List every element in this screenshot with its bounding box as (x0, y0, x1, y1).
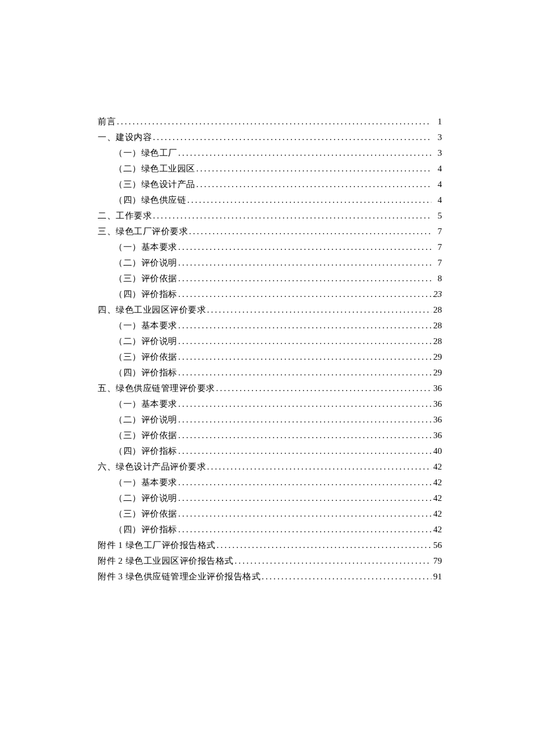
toc-entry: （二）评价说明7 (98, 257, 442, 268)
toc-leader-dots (179, 242, 432, 252)
toc-page-number: 7 (433, 242, 442, 252)
toc-page-number: 91 (433, 572, 442, 582)
toc-label: 二、工作要求 (98, 210, 152, 221)
toc-leader-dots (179, 352, 432, 362)
toc-page-number: 28 (433, 305, 442, 315)
toc-page-number: 36 (433, 415, 442, 425)
toc-entry: （四）评价指标40 (98, 446, 442, 457)
toc-label: （三）评价依据 (114, 273, 177, 284)
toc-leader-dots (179, 415, 432, 425)
toc-entry: 附件 3 绿色供应链管理企业评价报告格式91 (98, 571, 442, 582)
toc-entry: （三）评价依据8 (98, 273, 442, 284)
toc-entry: （四）评价指标29 (98, 367, 442, 378)
toc-entry: 前言1 (98, 116, 442, 127)
toc-entry: （四）评价指标23 (98, 289, 442, 300)
toc-entry: 二、工作要求5 (98, 210, 442, 221)
toc-leader-dots (207, 462, 431, 472)
toc-label: （三）绿色设计产品 (114, 179, 195, 190)
toc-page-number: 42 (433, 493, 442, 503)
toc-label: 附件 1 绿色工厂评价报告格式 (98, 540, 216, 551)
toc-page-number: 36 (433, 399, 442, 409)
toc-entry: （一）绿色工厂3 (98, 148, 442, 159)
toc-leader-dots (117, 117, 431, 127)
toc-page-number: 28 (433, 336, 442, 346)
toc-label: （一）基本要求 (114, 242, 177, 253)
toc-page-number: 23 (433, 289, 442, 299)
toc-leader-dots (216, 384, 432, 393)
toc-label: （三）评价依据 (114, 508, 177, 519)
toc-entry: （一）基本要求36 (98, 399, 442, 410)
toc-page-number: 7 (433, 227, 442, 237)
toc-label: （二）评价说明 (114, 336, 177, 347)
toc-label: （一）基本要求 (114, 477, 177, 488)
toc-label: （三）评价依据 (114, 352, 177, 363)
toc-entry: （一）基本要求28 (98, 320, 442, 331)
toc-page-number: 7 (433, 258, 442, 268)
toc-label: 三、绿色工厂评价要求 (98, 226, 188, 237)
toc-entry: （一）基本要求42 (98, 477, 442, 488)
toc-leader-dots (262, 572, 431, 582)
toc-entry: 三、绿色工厂评价要求7 (98, 226, 442, 237)
toc-entry: （三）绿色设计产品4 (98, 179, 442, 190)
toc-leader-dots (197, 180, 432, 189)
toc-page-number: 56 (433, 540, 442, 550)
table-of-contents: 前言1一、建设内容3（一）绿色工厂3（二）绿色工业园区4（三）绿色设计产品4（四… (98, 116, 442, 582)
toc-page-number: 36 (433, 384, 442, 393)
toc-page-number: 5 (433, 211, 442, 221)
toc-leader-dots (235, 556, 432, 566)
toc-page-number: 42 (433, 478, 442, 488)
toc-entry: （二）评价说明36 (98, 414, 442, 425)
toc-leader-dots (179, 289, 432, 299)
toc-label: （四）评价指标 (114, 367, 177, 378)
toc-leader-dots (217, 540, 432, 550)
toc-page-number: 3 (433, 132, 442, 142)
toc-page-number: 79 (433, 556, 442, 566)
toc-entry: 附件 2 绿色工业园区评价报告格式79 (98, 556, 442, 567)
toc-entry: （四）评价指标42 (98, 524, 442, 535)
toc-entry: 六、绿色设计产品评价要求42 (98, 461, 442, 472)
toc-label: 附件 3 绿色供应链管理企业评价报告格式 (98, 571, 261, 582)
toc-entry: （二）评价说明28 (98, 336, 442, 347)
toc-page-number: 42 (433, 525, 442, 535)
toc-leader-dots (179, 431, 432, 440)
toc-leader-dots (179, 399, 432, 409)
toc-label: （二）绿色工业园区 (114, 163, 195, 174)
toc-leader-dots (179, 321, 432, 331)
toc-page-number: 42 (433, 462, 442, 472)
toc-leader-dots (179, 148, 432, 158)
toc-leader-dots (179, 493, 432, 503)
toc-page-number: 29 (433, 368, 442, 378)
toc-label: （一）基本要求 (114, 320, 177, 331)
toc-entry: （三）评价依据42 (98, 508, 442, 519)
toc-label: 六、绿色设计产品评价要求 (98, 461, 206, 472)
toc-page-number: 8 (433, 274, 442, 284)
toc-entry: （二）评价说明42 (98, 493, 442, 504)
toc-label: 附件 2 绿色工业园区评价报告格式 (98, 556, 234, 567)
toc-label: （四）评价指标 (114, 289, 177, 300)
toc-entry: 附件 1 绿色工厂评价报告格式56 (98, 540, 442, 551)
toc-entry: （四）绿色供应链4 (98, 195, 442, 206)
toc-entry: 四、绿色工业园区评价要求28 (98, 304, 442, 316)
toc-entry: 五、绿色供应链管理评价要求36 (98, 383, 442, 394)
toc-leader-dots (179, 274, 432, 284)
toc-page-number: 29 (433, 352, 442, 362)
toc-label: （四）绿色供应链 (114, 195, 186, 206)
toc-leader-dots (187, 195, 431, 205)
toc-label: （一）基本要求 (114, 399, 177, 410)
toc-page-number: 42 (433, 509, 442, 519)
toc-label: （四）评价指标 (114, 446, 177, 457)
toc-leader-dots (153, 132, 431, 142)
toc-entry: 一、建设内容3 (98, 132, 442, 143)
toc-page-number: 3 (433, 148, 442, 158)
toc-page-number: 40 (433, 446, 442, 456)
toc-entry: （三）评价依据36 (98, 430, 442, 441)
toc-label: 前言 (98, 116, 116, 127)
toc-entry: （二）绿色工业园区4 (98, 163, 442, 174)
toc-label: （二）评价说明 (114, 493, 177, 504)
toc-label: 五、绿色供应链管理评价要求 (98, 383, 215, 394)
toc-page-number: 4 (433, 195, 442, 205)
toc-leader-dots (197, 164, 432, 174)
toc-leader-dots (207, 305, 431, 315)
toc-label: （三）评价依据 (114, 430, 177, 441)
toc-entry: （一）基本要求7 (98, 242, 442, 253)
